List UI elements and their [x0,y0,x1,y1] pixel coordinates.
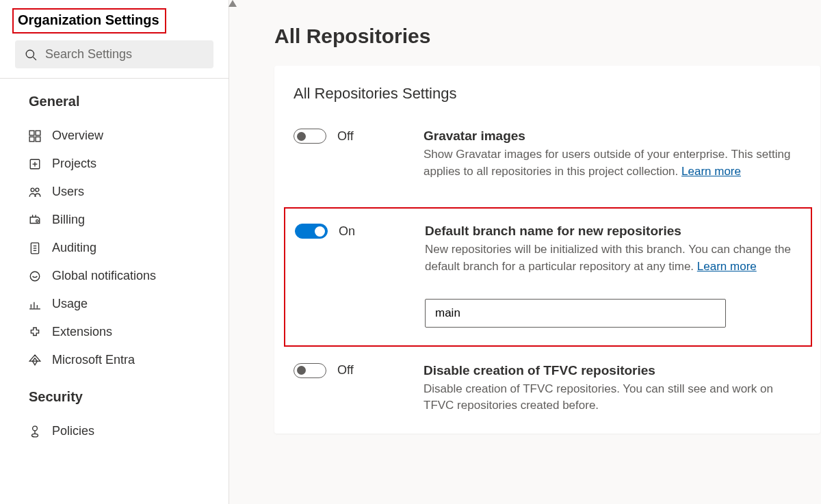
overview-icon [29,130,41,142]
projects-icon [29,158,41,170]
sidebar-item-billing[interactable]: Billing [0,206,229,234]
settings-card: All Repositories Settings Off Gravatar i… [274,66,820,434]
svg-point-0 [26,50,34,57]
search-icon [25,49,37,61]
svg-rect-2 [29,131,34,135]
svg-line-1 [33,57,36,60]
search-box[interactable] [15,40,213,68]
sidebar-item-extensions[interactable]: Extensions [0,318,229,346]
setting-desc: New repositories will be initialized wit… [425,241,793,275]
toggle-state-label: Off [337,129,354,144]
sidebar-item-microsoft-entra[interactable]: Microsoft Entra [0,346,229,374]
entra-icon [29,354,41,367]
sidebar-item-users[interactable]: Users [0,178,229,206]
sidebar: Organization Settings General Overview P… [0,0,229,504]
search-input[interactable] [45,47,204,62]
setting-title: Default branch name for new repositories [425,224,793,239]
svg-rect-3 [36,131,40,135]
setting-body: Disable creation of TFVC repositories Di… [423,363,801,414]
sidebar-item-label: Auditing [52,241,96,255]
sidebar-item-label: Projects [52,157,96,171]
main-content: All Repositories All Repositories Settin… [229,0,821,504]
sidebar-item-label: Global notifications [52,269,156,283]
sidebar-item-label: Users [52,185,84,199]
card-title: All Repositories Settings [294,85,820,103]
sidebar-nav: General Overview Projects Users Billing [0,79,229,445]
page-title: All Repositories [274,25,821,48]
setting-row-gravatar: Off Gravatar images Show Gravatar images… [294,129,820,180]
svg-point-9 [31,188,34,191]
learn-more-link[interactable]: Learn more [697,260,757,273]
svg-point-18 [30,271,40,281]
search-container [0,40,229,79]
sidebar-item-label: Overview [52,129,103,143]
scroll-up-indicator-icon [229,0,237,7]
setting-row-default-branch: On Default branch name for new repositor… [284,207,812,346]
policies-icon [29,425,41,438]
sidebar-item-label: Billing [52,213,85,227]
sidebar-item-auditing[interactable]: Auditing [0,234,229,262]
sidebar-item-label: Microsoft Entra [52,353,135,367]
auditing-icon [29,242,41,254]
svg-rect-4 [29,137,34,142]
sidebar-item-label: Usage [52,297,88,311]
sidebar-title-highlight: Organization Settings [12,8,166,34]
toggle-group: Off [294,363,410,378]
sidebar-item-label: Policies [52,424,94,438]
toggle-group: Off [294,129,410,144]
nav-heading-security: Security [0,374,229,417]
sidebar-item-overview[interactable]: Overview [0,122,229,150]
learn-more-link[interactable]: Learn more [681,165,741,178]
setting-desc: Show Gravatar images for users outside o… [423,146,801,180]
notifications-icon [29,270,41,282]
svg-point-11 [36,220,38,222]
sidebar-item-usage[interactable]: Usage [0,290,229,318]
sidebar-item-policies[interactable]: Policies [0,417,229,445]
svg-point-24 [32,434,38,437]
toggle-state-label: On [339,224,355,239]
toggle-group: On [295,224,411,239]
sidebar-title: Organization Settings [18,12,159,27]
usage-icon [29,298,41,310]
setting-desc-text: Disable creation of TFVC repositories. Y… [423,382,773,412]
svg-point-10 [36,188,39,191]
toggle-gravatar[interactable] [294,129,326,144]
toggle-default-branch[interactable] [295,224,328,239]
svg-rect-5 [36,137,40,142]
sidebar-item-label: Extensions [52,325,112,339]
setting-title: Gravatar images [423,129,801,144]
setting-body: Default branch name for new repositories… [425,224,793,327]
default-branch-input[interactable] [425,299,726,328]
toggle-disable-tfvc[interactable] [294,363,326,378]
toggle-state-label: Off [337,363,354,377]
sidebar-item-global-notifications[interactable]: Global notifications [0,262,229,290]
nav-heading-general: General [0,91,229,122]
extensions-icon [29,326,41,339]
users-icon [29,186,41,198]
setting-title: Disable creation of TFVC repositories [423,363,801,378]
sidebar-header: Organization Settings [0,0,229,40]
setting-body: Gravatar images Show Gravatar images for… [423,129,801,180]
setting-desc: Disable creation of TFVC repositories. Y… [423,381,801,414]
setting-row-disable-tfvc: Off Disable creation of TFVC repositorie… [294,363,820,414]
sidebar-item-projects[interactable]: Projects [0,150,229,178]
svg-point-23 [33,426,38,431]
billing-icon [29,214,41,226]
